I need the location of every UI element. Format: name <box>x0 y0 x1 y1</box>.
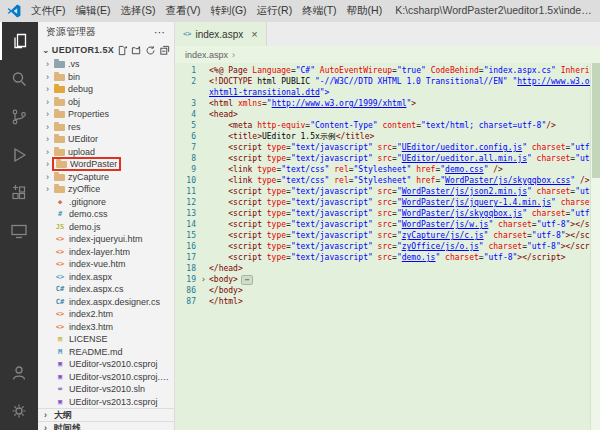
extensions-icon[interactable] <box>0 174 38 212</box>
tree-file-.gitignore[interactable]: ◆.gitignore <box>38 196 174 209</box>
tree-file-index3.htm[interactable]: <>index3.htm <box>38 321 174 334</box>
tree-folder-zyCapture[interactable]: ›zyCapture <box>38 171 174 184</box>
code-line[interactable]: 15 <script type="text/javascript" src="z… <box>175 230 600 241</box>
tree-folder-.vs[interactable]: ›.vs <box>38 58 174 71</box>
code-line[interactable]: 3<html xmlns="http://www.w3.org/1999/xht… <box>175 98 600 109</box>
code-line[interactable]: 12 <script type="text/javascript" src="W… <box>175 197 600 208</box>
code-line[interactable]: 6 <title>UEditor 1.5x示例</title> <box>175 131 600 142</box>
remote-explorer-icon[interactable] <box>0 212 38 250</box>
code-line[interactable]: 5 <meta http-equiv="Content-Type" conten… <box>175 120 600 131</box>
code-line[interactable]: xhtml1-transitional.dtd"> <box>175 87 600 98</box>
code-line[interactable]: 16 <script type="text/javascript" src="z… <box>175 241 600 252</box>
refresh-icon[interactable] <box>145 45 156 56</box>
file-icon: <> <box>54 273 66 281</box>
code-line[interactable]: 18</head> <box>175 263 600 274</box>
tree-file-README.md[interactable]: MREADME.md <box>38 346 174 359</box>
new-folder-icon[interactable] <box>131 45 142 56</box>
tree-file-index-vue.htm[interactable]: <>index-vue.htm <box>38 258 174 271</box>
tree-file-index2.htm[interactable]: <>index2.htm <box>38 308 174 321</box>
new-file-icon[interactable] <box>117 45 128 56</box>
fold-gutter <box>201 241 209 252</box>
tree-file-index-jqueryui.htm[interactable]: <>index-jqueryui.htm <box>38 233 174 246</box>
chevron-right-icon: › <box>46 184 54 194</box>
tree-file-UEditor-vs2010.csproj[interactable]: ▣UEditor-vs2010.csproj <box>38 358 174 371</box>
menu-item[interactable]: 转到(G) <box>205 2 251 20</box>
code-line[interactable]: 11 <script type="text/javascript" src="W… <box>175 186 600 197</box>
source-control-icon[interactable] <box>0 98 38 136</box>
menu-item[interactable]: 终端(T) <box>297 2 341 20</box>
code-line[interactable]: 8 <script type="text/javascript" src="UE… <box>175 153 600 164</box>
tree-file-demo.css[interactable]: #demo.css <box>38 208 174 221</box>
tree-item-label: demo.js <box>69 222 101 232</box>
timeline-section[interactable]: › 时间线 <box>38 421 174 430</box>
code-line[interactable]: 4<head> <box>175 109 600 120</box>
close-icon[interactable]: × <box>251 28 257 40</box>
account-icon[interactable] <box>0 354 38 392</box>
more-actions-icon[interactable]: ⋯ <box>154 26 166 39</box>
line-number: 11 <box>175 186 201 197</box>
folder-icon <box>54 174 65 181</box>
tree-item-label: WordPaster <box>70 159 117 169</box>
code-line[interactable]: 14 <script type="text/javascript" src="W… <box>175 219 600 230</box>
tree-file-LICENSE[interactable]: ▤LICENSE <box>38 333 174 346</box>
tree-file-UEditor-vs2010.sln[interactable]: ∞UEditor-vs2010.sln <box>38 383 174 396</box>
tree-folder-bin[interactable]: ›bin <box>38 71 174 84</box>
code-line[interactable]: 7 <script type="text/javascript" src="UE… <box>175 142 600 153</box>
code-line[interactable]: 13 <script type="text/javascript" src="W… <box>175 208 600 219</box>
vertical-scrollbar[interactable] <box>590 63 600 430</box>
run-debug-icon[interactable] <box>0 136 38 174</box>
code-line[interactable]: 87</html> <box>175 296 600 307</box>
settings-gear-icon[interactable] <box>0 392 38 430</box>
tree-folder-upload[interactable]: ›upload <box>38 146 174 159</box>
fold-chevron-icon[interactable]: › <box>201 274 209 285</box>
tree-item-label: demo.css <box>69 209 108 219</box>
tree-file-index.aspx.cs[interactable]: C#index.aspx.cs <box>38 283 174 296</box>
code-line[interactable]: 19›<body>⋯ <box>175 274 600 285</box>
tree-item-label: .gitignore <box>69 197 106 207</box>
explorer-icon[interactable] <box>0 22 38 60</box>
tree-folder-Properties[interactable]: ›Properties <box>38 108 174 121</box>
title-bar: 文件(F)编辑(E)选择(S)查看(V)转到(G)运行(R)终端(T)帮助(H)… <box>0 0 600 22</box>
collapse-all-icon[interactable] <box>159 45 170 56</box>
menu-item[interactable]: 帮助(H) <box>342 2 388 20</box>
search-icon[interactable] <box>0 60 38 98</box>
menu-item[interactable]: 查看(V) <box>160 2 205 20</box>
tree-item-label: zyOffice <box>68 184 100 194</box>
code-line[interactable]: 17 <script type="text/javascript" src="d… <box>175 252 600 263</box>
menu-item[interactable]: 文件(F) <box>26 2 70 20</box>
breadcrumb-file[interactable]: index.aspx <box>185 50 228 60</box>
tree-file-UEditor-vs2010.csproj.user[interactable]: ▣UEditor-vs2010.csproj.user <box>38 371 174 384</box>
tree-folder-UEditor[interactable]: ›UEditor <box>38 133 174 146</box>
code-line[interactable]: 9 <link type="text/css" rel="Stylesheet"… <box>175 164 600 175</box>
tree-folder-WordPaster[interactable]: ›WordPaster <box>38 158 174 171</box>
tree-folder-obj[interactable]: ›obj <box>38 96 174 109</box>
file-icon: C# <box>54 298 66 306</box>
code-line[interactable]: 10 <link type="text/css" rel="Stylesheet… <box>175 175 600 186</box>
outline-section-label: 大纲 <box>54 409 72 422</box>
tree-item-label: LICENSE <box>69 334 108 344</box>
code-line[interactable]: 86</body> <box>175 285 600 296</box>
tree-file-UEditor-vs2013.csproj[interactable]: ▣UEditor-vs2013.csproj <box>38 396 174 409</box>
tree-folder-debug[interactable]: ›debug <box>38 83 174 96</box>
code-line[interactable]: 2<!DOCTYPE html PUBLIC "-//W3C//DTD XHTM… <box>175 76 600 87</box>
tree-file-index.aspx.designer.cs[interactable]: C#index.aspx.designer.cs <box>38 296 174 309</box>
code-editor[interactable]: 1<%@ Page Language="C#" AutoEventWireup=… <box>175 63 600 430</box>
scrollbar-thumb[interactable] <box>592 63 600 178</box>
chevron-right-icon: › <box>44 423 52 430</box>
tree-item-label: UEditor-vs2010.sln <box>69 384 145 394</box>
tree-folder-res[interactable]: ›res <box>38 121 174 134</box>
outline-section[interactable]: › 大纲 <box>38 408 174 421</box>
project-section-header[interactable]: ⌄ UEDITOR1.5X <box>38 42 174 58</box>
menu-item[interactable]: 运行(R) <box>252 2 298 20</box>
tree-file-index-layer.htm[interactable]: <>index-layer.htm <box>38 246 174 259</box>
code-line[interactable]: 1<%@ Page Language="C#" AutoEventWireup=… <box>175 65 600 76</box>
tree-file-index.aspx[interactable]: <>index.aspx <box>38 271 174 284</box>
tree-folder-zyOffice[interactable]: ›zyOffice <box>38 183 174 196</box>
menu-item[interactable]: 编辑(E) <box>70 2 115 20</box>
breadcrumb[interactable]: index.aspx › <box>175 46 600 63</box>
folded-region-placeholder[interactable]: ⋯ <box>241 275 253 285</box>
tree-item-label: upload <box>68 147 95 157</box>
tab-index-aspx[interactable]: <> index.aspx × <box>175 22 267 46</box>
menu-item[interactable]: 选择(S) <box>115 2 160 20</box>
tree-file-demo.js[interactable]: JSdemo.js <box>38 221 174 234</box>
